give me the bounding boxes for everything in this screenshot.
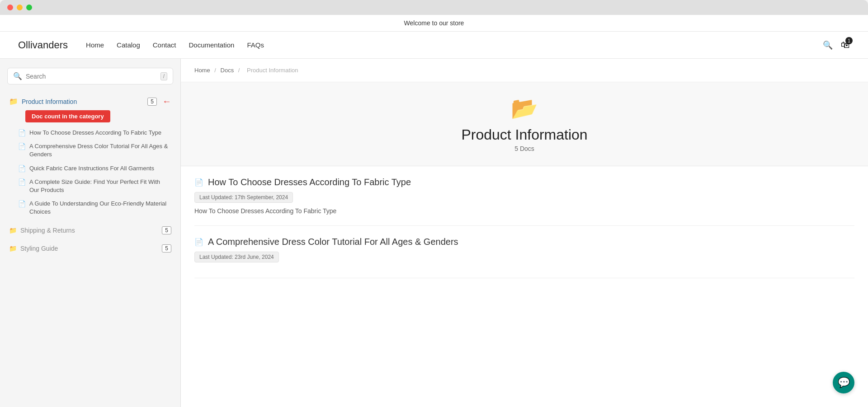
breadcrumb-home[interactable]: Home xyxy=(194,67,210,74)
doc-icon-2: 📄 xyxy=(18,143,26,150)
chat-icon: 💬 xyxy=(838,377,850,388)
chat-button[interactable]: 💬 xyxy=(833,372,854,393)
product-info-category-section: 📁 Product Information 5 ← Doc count in t… xyxy=(7,94,173,219)
sub-category-icon-2: 📁 xyxy=(9,245,17,252)
minimize-button[interactable] xyxy=(17,5,23,10)
doc-item-icon-1: 📄 xyxy=(194,178,203,187)
breadcrumb-docs[interactable]: Docs xyxy=(221,67,234,74)
announcement-bar: Welcome to our store xyxy=(0,15,868,32)
sidebar: 🔍 / 📁 Product Information 5 ← Doc count … xyxy=(0,59,181,407)
category-title: Product Information xyxy=(461,126,587,143)
content-area: Home / Docs / Product Information 📂 Prod… xyxy=(181,59,868,407)
breadcrumb-sep-2: / xyxy=(238,67,241,74)
sub-category-count-2: 5 xyxy=(162,244,171,253)
sidebar-doc-2[interactable]: 📄 A Comprehensive Dress Color Tutorial F… xyxy=(7,140,173,161)
annotation-badge: Doc count in the category xyxy=(25,110,110,122)
sidebar-category-product-info[interactable]: 📁 Product Information 5 ← xyxy=(7,94,173,109)
nav-links: Home Catalog Contact Documentation FAQs xyxy=(86,41,264,49)
doc-item-header-2: 📄 A Comprehensive Dress Color Tutorial F… xyxy=(194,237,854,247)
nav-documentation[interactable]: Documentation xyxy=(189,41,234,49)
nav-home[interactable]: Home xyxy=(86,41,104,49)
doc-list: 📄 How To Choose Dresses According To Fab… xyxy=(181,166,868,278)
main-layout: 🔍 / 📁 Product Information 5 ← Doc count … xyxy=(0,59,868,407)
cart-badge: 1 xyxy=(845,37,853,44)
category-count: 5 xyxy=(147,98,157,106)
doc-item-icon-2: 📄 xyxy=(194,238,203,246)
breadcrumb: Home / Docs / Product Information xyxy=(181,59,868,82)
doc-item-meta-1: Last Updated: 17th September, 2024 xyxy=(194,192,293,203)
sub-category-label-1: Shipping & Returns xyxy=(20,227,158,234)
search-box[interactable]: 🔍 / xyxy=(7,68,173,84)
sub-category-label-2: Styling Guide xyxy=(20,245,158,252)
sidebar-category-shipping[interactable]: 📁 Shipping & Returns 5 xyxy=(7,224,173,237)
breadcrumb-sep-1: / xyxy=(214,67,217,74)
breadcrumb-current: Product Information xyxy=(247,67,298,74)
doc-icon-3: 📄 xyxy=(18,165,26,172)
header-right: 🔍 🛍 1 xyxy=(823,40,850,50)
doc-item-header-1: 📄 How To Choose Dresses According To Fab… xyxy=(194,177,854,187)
doc-icon-5: 📄 xyxy=(18,200,26,207)
sidebar-doc-5[interactable]: 📄 A Guide To Understanding Our Eco-Frien… xyxy=(7,197,173,219)
doc-item-meta-2: Last Updated: 23rd June, 2024 xyxy=(194,252,279,262)
window-chrome xyxy=(0,0,868,15)
sidebar-doc-4[interactable]: 📄 A Complete Size Guide: Find Your Perfe… xyxy=(7,175,173,197)
close-button[interactable] xyxy=(7,5,13,10)
doc-label-4: A Complete Size Guide: Find Your Perfect… xyxy=(29,178,171,194)
header-left: Ollivanders Home Catalog Contact Documen… xyxy=(18,39,264,51)
announcement-text: Welcome to our store xyxy=(404,19,464,27)
category-label: Product Information xyxy=(22,98,144,105)
nav-faqs[interactable]: FAQs xyxy=(247,41,264,49)
category-doc-count: 5 Docs xyxy=(514,145,534,152)
category-folder-icon: 📁 xyxy=(9,97,18,106)
doc-item-1: 📄 How To Choose Dresses According To Fab… xyxy=(194,166,854,226)
search-input[interactable] xyxy=(26,73,157,80)
nav-catalog[interactable]: Catalog xyxy=(117,41,140,49)
search-shortcut: / xyxy=(160,72,167,80)
doc-icon-4: 📄 xyxy=(18,178,26,186)
doc-item-title-1[interactable]: How To Choose Dresses According To Fabri… xyxy=(208,177,411,187)
sidebar-doc-1[interactable]: 📄 How To Choose Dresses According To Fab… xyxy=(7,126,173,140)
doc-icon-1: 📄 xyxy=(18,129,26,136)
category-folder-icon-large: 📂 xyxy=(511,96,538,121)
nav-contact[interactable]: Contact xyxy=(153,41,176,49)
doc-item-desc-1: How To Choose Dresses According To Fabri… xyxy=(194,207,854,215)
doc-label-2: A Comprehensive Dress Color Tutorial For… xyxy=(29,142,171,159)
doc-item-2: 📄 A Comprehensive Dress Color Tutorial F… xyxy=(194,226,854,278)
cart-button[interactable]: 🛍 1 xyxy=(841,40,850,50)
annotation-arrow-icon: ← xyxy=(162,96,171,107)
doc-label-3: Quick Fabric Care Instructions For All G… xyxy=(29,164,154,173)
maximize-button[interactable] xyxy=(26,5,32,10)
sidebar-category-styling[interactable]: 📁 Styling Guide 5 xyxy=(7,242,173,255)
search-icon-sidebar: 🔍 xyxy=(13,72,22,80)
category-header: 📂 Product Information 5 Docs xyxy=(181,82,868,166)
annotation-wrapper: Doc count in the category xyxy=(25,110,173,122)
header: Ollivanders Home Catalog Contact Documen… xyxy=(0,32,868,59)
sub-category-icon-1: 📁 xyxy=(9,227,17,234)
logo[interactable]: Ollivanders xyxy=(18,39,68,51)
doc-label-1: How To Choose Dresses According To Fabri… xyxy=(29,129,161,137)
sidebar-doc-3[interactable]: 📄 Quick Fabric Care Instructions For All… xyxy=(7,162,173,175)
doc-item-title-2[interactable]: A Comprehensive Dress Color Tutorial For… xyxy=(208,237,458,247)
sub-category-count-1: 5 xyxy=(162,226,171,234)
search-icon[interactable]: 🔍 xyxy=(823,40,833,50)
doc-label-5: A Guide To Understanding Our Eco-Friendl… xyxy=(29,200,171,216)
